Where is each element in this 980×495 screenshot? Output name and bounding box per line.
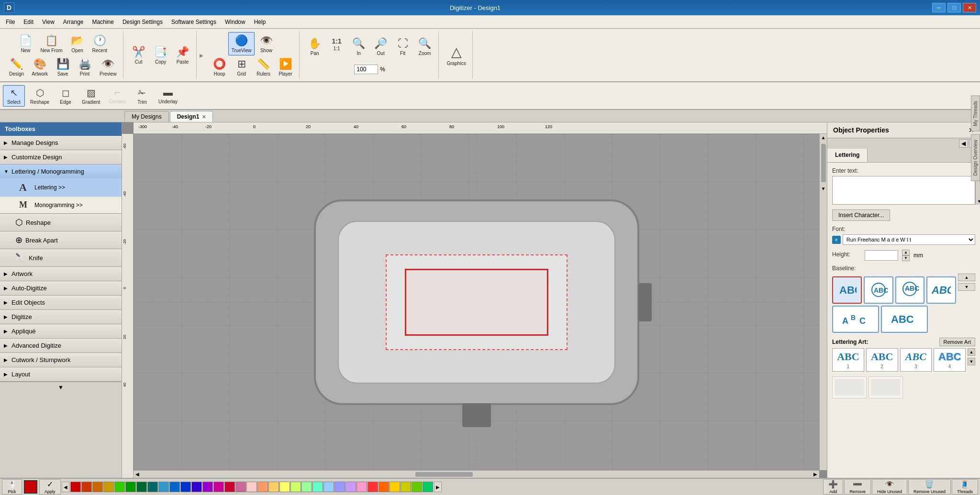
zoom-button[interactable]: 🔍 Zoom [414, 35, 435, 58]
tab-design1-close[interactable]: ✕ [202, 114, 206, 120]
grid-button[interactable]: ⊞ Grid [231, 55, 252, 79]
color-scroll-left[interactable]: ◀ [62, 482, 69, 492]
section-customize-design-header[interactable]: ▶ Customize Design [0, 150, 122, 164]
menu-window[interactable]: Window [221, 17, 249, 27]
section-cutwork-header[interactable]: ▶ Cutwork / Stumpwork [0, 353, 122, 367]
monogramming-item[interactable]: M Monogramming >> [0, 197, 122, 213]
baseline-btn-5[interactable]: A B C [832, 306, 879, 333]
vscroll[interactable]: ▲ ▼ [819, 134, 827, 470]
color-box-27[interactable] [356, 482, 367, 492]
color-box-3[interactable] [92, 482, 103, 492]
color-box-2[interactable] [81, 482, 92, 492]
art-cell-5[interactable] [832, 376, 867, 398]
trim-button[interactable]: ✁ Trim [131, 85, 153, 107]
obj-props-left-btn[interactable]: ◀ [959, 139, 968, 148]
zoom-out-button[interactable]: 🔎 Out [370, 35, 391, 58]
insert-character-btn[interactable]: Insert Character... [832, 209, 890, 221]
section-break-apart-header[interactable]: ⊕ Break Apart [0, 231, 122, 249]
pan-button[interactable]: ✋ Pan [304, 35, 325, 58]
color-box-12[interactable] [191, 482, 202, 492]
color-box-18[interactable] [257, 482, 268, 492]
art-cell-6[interactable] [869, 376, 903, 398]
new-from-button[interactable]: 📋 New From [37, 32, 66, 55]
hscroll-right-btn[interactable]: ▶ [812, 472, 819, 477]
underlay-button[interactable]: ▬ Underlay [155, 85, 181, 106]
enter-text-input[interactable] [832, 176, 975, 205]
color-box-6[interactable] [125, 482, 136, 492]
remove-unused-btn[interactable]: 🗑️ Remove Unused [908, 479, 951, 495]
color-box-33[interactable] [423, 482, 433, 492]
art-cell-4[interactable]: ABC 4 [934, 348, 966, 372]
my-threads-tab[interactable]: My Threads [971, 96, 980, 132]
close-button[interactable]: ✕ [963, 3, 976, 12]
color-box-7[interactable] [136, 482, 147, 492]
apply-btn[interactable]: ✓ Apply [39, 479, 61, 495]
baseline-scroll-down[interactable]: ▼ [958, 283, 975, 291]
menu-machine[interactable]: Machine [89, 17, 118, 27]
section-edit-objects-header[interactable]: ▶ Edit Objects [0, 296, 122, 309]
section-lettering-header[interactable]: ▼ Lettering / Monogramming [0, 165, 122, 178]
reshape-button[interactable]: ⬡ Reshape [27, 85, 53, 107]
toolbar-collapse-btn[interactable]: ▸ [199, 51, 204, 60]
color-scroll-right[interactable]: ▶ [434, 482, 442, 492]
color-box-28[interactable] [368, 482, 378, 492]
baseline-btn-1[interactable]: ABC [832, 276, 862, 304]
color-box-11[interactable] [180, 482, 191, 492]
hscroll-left-btn[interactable]: ◀ [134, 472, 141, 477]
color-box-26[interactable] [345, 482, 356, 492]
art-cell-2[interactable]: ABC 2 [866, 348, 898, 372]
open-button[interactable]: 📂 Open [67, 32, 88, 55]
section-artwork-header[interactable]: ▶ Artwork [0, 267, 122, 281]
zoom-1to1-button[interactable]: 1:1 1:1 [326, 35, 347, 58]
color-box-10[interactable] [169, 482, 180, 492]
section-reshape-header[interactable]: ⬡ Reshape [0, 214, 122, 231]
color-box-13[interactable] [202, 482, 213, 492]
color-box-16[interactable] [235, 482, 246, 492]
color-box-22[interactable] [301, 482, 312, 492]
color-box-32[interactable] [412, 482, 422, 492]
art-cell-1[interactable]: ABC 1 [832, 348, 864, 372]
canvas-content[interactable] [134, 134, 819, 470]
baseline-btn-3[interactable]: ABC [895, 276, 925, 304]
color-box-25[interactable] [334, 482, 345, 492]
fit-button[interactable]: ⛶ Fit [392, 35, 413, 58]
baseline-scroll-up[interactable]: ▲ [958, 274, 975, 281]
baseline-btn-2[interactable]: ABC [864, 276, 893, 304]
color-box-8[interactable] [147, 482, 158, 492]
maximize-button[interactable]: □ [947, 3, 961, 12]
section-layout-header[interactable]: ▶ Layout [0, 367, 122, 381]
add-btn[interactable]: ➕ Add [823, 479, 843, 495]
text-scroll-down[interactable]: ▼ [976, 198, 980, 205]
menu-edit[interactable]: Edit [20, 17, 37, 27]
hoop-button[interactable]: ⭕ Hoop [209, 55, 230, 79]
height-up-btn[interactable]: ▲ [902, 250, 910, 255]
vscroll-up-btn[interactable]: ▲ [820, 134, 827, 141]
op-tab-lettering[interactable]: Lettering [827, 149, 868, 162]
color-box-19[interactable] [268, 482, 279, 492]
save-button[interactable]: 💾 Save [52, 55, 73, 79]
height-input[interactable]: 8.00 [865, 250, 898, 261]
zoom-in-button[interactable]: 🔍 In [348, 35, 369, 58]
minimize-button[interactable]: ─ [932, 3, 946, 12]
remove-art-btn[interactable]: Remove Art [939, 338, 975, 346]
color-box-17[interactable] [246, 482, 257, 492]
select-button[interactable]: ↖ Select [3, 85, 25, 107]
menu-arrange[interactable]: Arrange [59, 17, 88, 27]
menu-view[interactable]: View [38, 17, 58, 27]
menu-file[interactable]: File [2, 17, 19, 27]
section-auto-digitize-header[interactable]: ▶ Auto-Digitize [0, 281, 122, 295]
edge-button[interactable]: ◻ Edge [55, 85, 77, 107]
color-box-31[interactable] [401, 482, 411, 492]
recent-button[interactable]: 🕐 Recent [89, 32, 111, 55]
height-down-btn[interactable]: ▼ [902, 255, 910, 261]
lettering-item[interactable]: A Lettering >> [0, 178, 122, 197]
section-manage-designs-header[interactable]: ▶ Manage Designs [0, 136, 122, 150]
art-scroll-down[interactable]: ▼ [968, 358, 975, 365]
trueview-button[interactable]: 🔵 TrueView [228, 32, 255, 55]
pick-btn[interactable]: 🖱️ Pick [2, 479, 22, 495]
toolboxes-scroll-down[interactable]: ▼ [0, 382, 122, 393]
show-button[interactable]: 👁️ Show [256, 32, 277, 55]
section-digitize-header[interactable]: ▶ Digitize [0, 310, 122, 324]
color-box-5[interactable] [114, 482, 125, 492]
threads-btn[interactable]: 🧵 Threads [952, 479, 978, 495]
